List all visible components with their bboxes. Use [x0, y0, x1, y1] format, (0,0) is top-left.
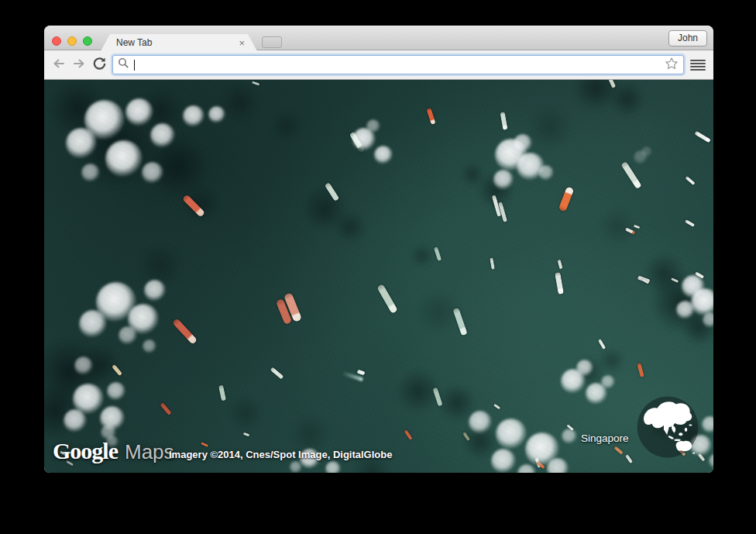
window-controls — [52, 36, 92, 46]
ship — [252, 81, 259, 85]
ship — [171, 318, 197, 345]
cloud — [183, 105, 204, 127]
cloud — [538, 165, 554, 181]
profile-button[interactable]: John — [668, 30, 707, 47]
arrow-left-icon — [51, 56, 67, 74]
cloud — [290, 461, 302, 473]
cloud — [493, 170, 514, 190]
cloud-shadow — [597, 207, 637, 247]
reload-button[interactable] — [89, 55, 109, 75]
ship — [620, 161, 641, 189]
ship — [243, 432, 250, 436]
text-caret — [134, 60, 135, 71]
cloud — [374, 146, 393, 164]
cloud — [496, 419, 527, 450]
imagery-attribution: Imagery ©2014, Cnes/Spot Image, DigitalG… — [169, 449, 392, 460]
maps-logo: Maps — [125, 440, 174, 464]
cloud — [150, 123, 175, 148]
ship — [426, 108, 435, 125]
cloud — [143, 339, 156, 353]
google-maps-watermark[interactable]: Google Maps — [53, 438, 174, 464]
cloud — [66, 128, 97, 159]
browser-toolbar — [44, 50, 713, 80]
ship — [625, 454, 633, 463]
arrow-right-icon — [71, 56, 87, 74]
cloud — [641, 146, 652, 157]
cloud — [703, 312, 713, 328]
cloud — [601, 375, 615, 389]
cloud — [366, 119, 380, 133]
cloud-shadow — [410, 243, 435, 268]
cloud — [74, 357, 93, 375]
ship — [558, 260, 563, 270]
ship — [376, 283, 398, 313]
ship — [613, 446, 624, 454]
cloud-shadow — [220, 83, 260, 123]
ship — [404, 429, 412, 440]
cloud — [208, 106, 225, 123]
new-tab-button[interactable] — [262, 36, 282, 48]
cloud — [107, 382, 125, 401]
ship — [598, 339, 606, 350]
cloud — [119, 326, 137, 345]
ship — [434, 246, 442, 261]
ship — [493, 403, 500, 409]
cloud-shadow — [460, 162, 485, 187]
cloud — [125, 98, 153, 126]
ship — [201, 442, 208, 447]
ship — [160, 401, 171, 415]
ship — [694, 130, 710, 143]
cloud — [81, 164, 100, 182]
cloud-shadow — [642, 252, 686, 295]
cloud — [702, 416, 713, 433]
cloud — [491, 449, 516, 473]
ship — [270, 367, 284, 379]
ship — [218, 385, 226, 401]
search-icon — [118, 57, 129, 72]
tab-new-tab[interactable]: New Tab × — [101, 34, 257, 51]
close-window-button[interactable] — [52, 36, 61, 46]
map-features — [44, 80, 713, 473]
zoom-window-button[interactable] — [83, 36, 92, 46]
cloud-shadow — [527, 103, 573, 150]
desktop-background: New Tab × John — [0, 0, 756, 534]
cloud — [325, 461, 341, 473]
cloud-shadow — [227, 394, 264, 432]
ship — [637, 363, 644, 377]
globe-icon — [635, 394, 700, 463]
reload-icon — [92, 56, 107, 74]
tab-close-icon[interactable]: × — [239, 38, 245, 48]
ship — [555, 272, 564, 295]
cloud — [144, 280, 166, 301]
cloud — [79, 310, 107, 338]
tab-bar: New Tab × John — [44, 26, 713, 50]
cloud-shadow — [333, 210, 367, 244]
cloud — [64, 409, 87, 432]
cloud — [562, 429, 577, 444]
cloud — [142, 162, 163, 184]
cloud — [547, 458, 569, 473]
address-bar[interactable] — [112, 55, 684, 74]
cloud — [709, 453, 713, 469]
place-label-singapore: Singapore — [581, 432, 629, 444]
back-button[interactable] — [49, 55, 69, 75]
cloud — [676, 301, 695, 319]
cloud — [576, 360, 593, 377]
bookmark-star-icon[interactable] — [665, 57, 679, 74]
map-canvas[interactable]: Google Maps Imagery ©2014, Cnes/Spot Ima… — [44, 80, 713, 473]
cloud — [105, 140, 143, 177]
cloud — [517, 464, 536, 473]
ship — [500, 112, 507, 130]
ship — [558, 186, 575, 212]
cloud-shadow — [271, 111, 302, 142]
google-logo: Google — [53, 438, 118, 464]
ship — [356, 369, 365, 375]
forward-button[interactable] — [69, 55, 89, 75]
menu-hamburger-icon[interactable] — [690, 57, 706, 73]
minimize-window-button[interactable] — [67, 36, 77, 46]
tab-title: New Tab — [116, 37, 239, 48]
ship — [684, 219, 694, 227]
ship — [490, 257, 495, 269]
browser-window: New Tab × John — [44, 26, 713, 473]
cloud — [469, 411, 492, 434]
